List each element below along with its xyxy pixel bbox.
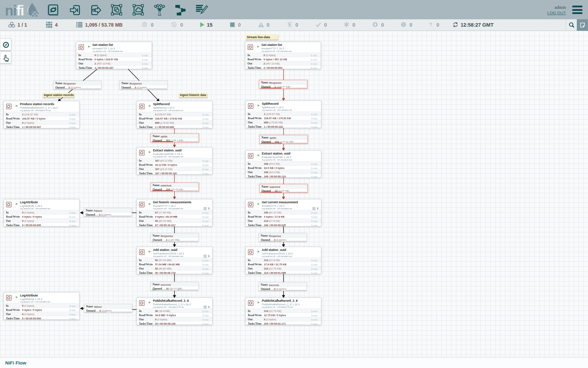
svg-text:nifi: nifi [5,3,24,18]
